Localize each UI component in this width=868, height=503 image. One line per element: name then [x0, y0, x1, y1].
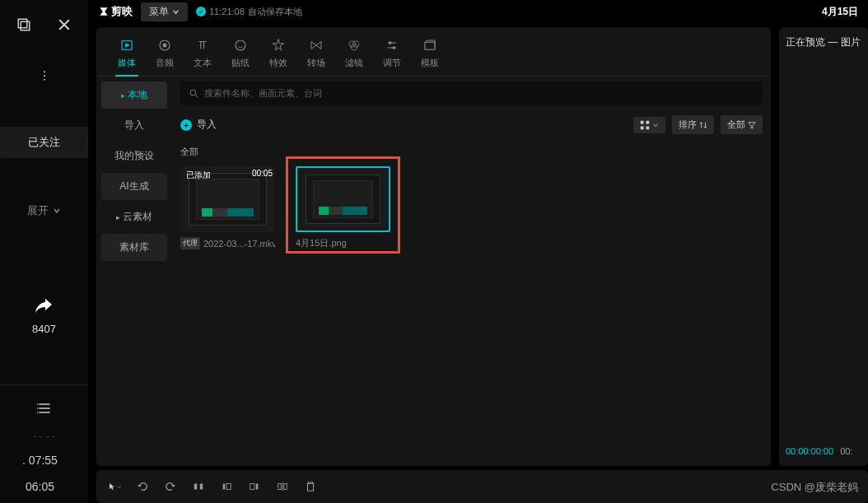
share-icon[interactable] — [34, 296, 54, 316]
followed-badge[interactable]: 已关注 — [0, 127, 88, 158]
editor-panel: 媒体 音频 文本 贴纸 特效 — [96, 27, 771, 466]
watermark: CSDN @废柴老妈 — [771, 480, 858, 495]
tab-audio[interactable]: 音频 — [146, 34, 184, 76]
preview-title: 正在预览 — 图片 — [786, 35, 861, 49]
delete-icon[interactable] — [304, 480, 317, 493]
tab-media[interactable]: 媒体 — [108, 34, 146, 76]
tab-filter[interactable]: 滤镜 — [335, 34, 373, 76]
main-area: 剪映 菜单 ✓ 11:21:08 自动保存本地 4月15日 媒体 — [88, 0, 868, 503]
filter-all-button[interactable]: 全部 — [721, 115, 763, 134]
cursor-tool-icon[interactable] — [108, 480, 121, 493]
media-item-1[interactable]: 4月15日.png — [296, 166, 390, 249]
trim-right-icon[interactable] — [248, 480, 261, 493]
sidenav-ai[interactable]: AI生成 — [101, 173, 167, 200]
text-icon — [194, 37, 211, 54]
svg-rect-29 — [278, 484, 282, 490]
tab-transition[interactable]: 转场 — [297, 34, 335, 76]
list-icon[interactable] — [35, 398, 54, 418]
search-icon — [189, 88, 199, 99]
preview-panel: 正在预览 — 图片 00:00:00:00 00: — [779, 27, 868, 466]
tab-effects[interactable]: 特效 — [259, 34, 297, 76]
svg-point-3 — [44, 75, 45, 77]
svg-point-7 — [36, 412, 38, 413]
title-bar: 剪映 菜单 ✓ 11:21:08 自动保存本地 4月15日 — [88, 0, 868, 23]
current-time: 00:00:00:00 — [786, 446, 833, 456]
svg-point-18 — [190, 90, 196, 95]
added-tag: 已添加 — [183, 169, 214, 182]
redo-icon[interactable] — [164, 480, 177, 493]
adjust-icon — [384, 37, 400, 54]
media-icon — [119, 37, 135, 54]
svg-point-2 — [44, 71, 45, 72]
total-time: 00: — [840, 446, 852, 456]
template-icon — [422, 37, 438, 54]
tab-text[interactable]: 文本 — [184, 34, 222, 76]
svg-rect-0 — [18, 19, 27, 28]
check-icon: ✓ — [196, 7, 206, 16]
top-tabs: 媒体 音频 文本 贴纸 特效 — [96, 27, 771, 77]
svg-rect-24 — [200, 484, 203, 490]
expand-toggle[interactable]: 展开 — [27, 203, 61, 218]
svg-point-10 — [163, 44, 167, 48]
svg-rect-25 — [223, 484, 226, 490]
windows-icon[interactable] — [14, 15, 34, 35]
sidenav-import[interactable]: 导入 — [101, 112, 167, 139]
plus-icon: + — [180, 119, 192, 131]
filter-icon — [346, 37, 362, 54]
time-item-1[interactable]: 06:05 — [26, 480, 54, 493]
svg-point-11 — [236, 40, 245, 50]
svg-point-15 — [389, 42, 391, 44]
sidenav-cloud[interactable]: 云素材 — [101, 203, 167, 231]
menu-dropdown[interactable]: 菜单 — [141, 2, 188, 21]
timeline-toolbar — [96, 470, 868, 503]
svg-rect-23 — [194, 484, 198, 490]
svg-point-4 — [44, 79, 45, 81]
tab-template[interactable]: 模板 — [411, 34, 449, 76]
sidenav-presets[interactable]: 我的预设 — [101, 142, 167, 170]
svg-rect-22 — [646, 126, 650, 129]
app-left-sidebar: 已关注 展开 8407 - -- - . 07:55 06:05 — [0, 0, 88, 503]
share-count: 8407 — [32, 323, 56, 335]
project-date: 4月15日 — [822, 5, 858, 19]
svg-rect-20 — [646, 120, 650, 123]
trim-left-icon[interactable] — [220, 480, 233, 493]
close-icon[interactable] — [54, 15, 74, 35]
app-logo: 剪映 — [98, 4, 133, 19]
undo-icon[interactable] — [136, 480, 149, 493]
svg-rect-1 — [21, 21, 30, 30]
svg-rect-28 — [256, 484, 259, 490]
svg-point-6 — [36, 408, 38, 409]
more-menu-icon[interactable] — [35, 66, 54, 86]
autosave-status: ✓ 11:21:08 自动保存本地 — [196, 6, 302, 18]
split-icon[interactable] — [192, 480, 205, 493]
svg-rect-26 — [226, 484, 231, 490]
svg-point-5 — [36, 403, 38, 405]
proxy-badge: 代理 — [180, 237, 200, 249]
sidenav-local[interactable]: 本地 — [101, 82, 167, 109]
media-item-0[interactable]: 已添加 00:05 代理 2022-03...-17.mkv — [180, 166, 275, 249]
search-input[interactable]: 搜索件名称、画面元素、台词 — [180, 82, 763, 105]
audio-icon — [156, 37, 173, 54]
sticker-icon — [232, 37, 249, 54]
side-nav: 本地 导入 我的预设 AI生成 云素材 素材库 — [96, 77, 172, 466]
view-grid-button[interactable] — [633, 117, 665, 133]
effects-icon — [270, 37, 287, 54]
sort-button[interactable]: 排序 — [672, 115, 714, 134]
sidenav-library[interactable]: 素材库 — [101, 234, 167, 261]
svg-rect-30 — [284, 484, 287, 490]
svg-point-16 — [393, 47, 395, 49]
svg-rect-27 — [250, 484, 254, 490]
import-button[interactable]: + 导入 — [180, 118, 217, 132]
time-item-0[interactable]: . 07:55 — [22, 454, 58, 467]
svg-rect-19 — [641, 120, 644, 123]
svg-rect-21 — [641, 126, 644, 129]
slice-icon[interactable] — [276, 480, 289, 493]
tab-adjust[interactable]: 调节 — [373, 34, 411, 76]
section-all-label: 全部 — [180, 146, 763, 158]
tab-sticker[interactable]: 贴纸 — [222, 34, 259, 76]
media-duration: 00:05 — [252, 169, 273, 178]
transition-icon — [308, 37, 324, 54]
svg-rect-17 — [425, 42, 435, 49]
